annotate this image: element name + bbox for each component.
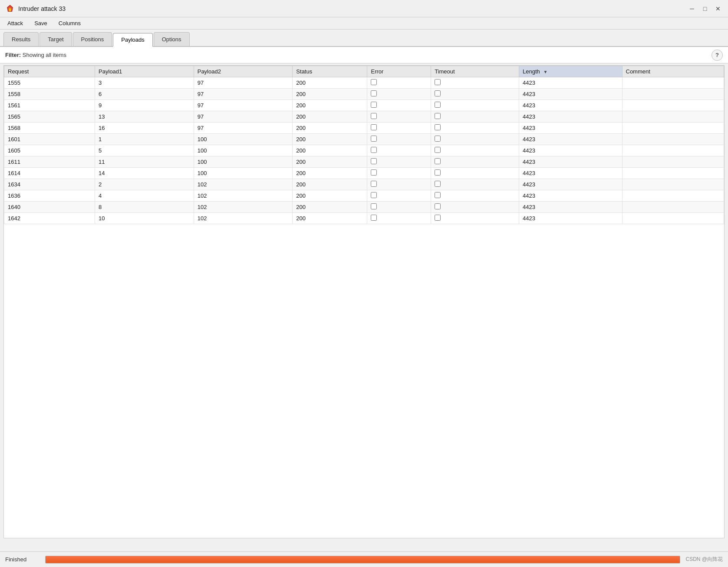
menu-columns[interactable]: Columns [54, 18, 86, 28]
cell-error[interactable] [367, 168, 431, 179]
tab-target[interactable]: Target [40, 32, 72, 46]
cell-error[interactable] [367, 100, 431, 111]
cell-error[interactable] [367, 145, 431, 156]
table-row[interactable]: 163641022004423 [4, 190, 724, 202]
table-row[interactable]: 160111002004423 [4, 134, 724, 145]
col-header-length[interactable]: Length ▼ [519, 66, 622, 77]
table-scroll-area[interactable]: Request Payload1 Payload2 Status Error [4, 66, 724, 538]
cell-error[interactable] [367, 190, 431, 202]
cell-error-checkbox[interactable] [371, 136, 377, 142]
cell-error[interactable] [367, 123, 431, 134]
table-row[interactable]: 160551002004423 [4, 145, 724, 156]
cell-error-checkbox[interactable] [371, 124, 377, 130]
table-row[interactable]: 1642101022004423 [4, 213, 724, 224]
table-row[interactable]: 1614141002004423 [4, 168, 724, 179]
cell-timeout[interactable] [431, 134, 519, 145]
table-body: 1555397200442315586972004423156199720044… [4, 77, 724, 224]
cell-error-checkbox[interactable] [371, 90, 377, 96]
table-row[interactable]: 1611111002004423 [4, 156, 724, 168]
table-row[interactable]: 163421022004423 [4, 179, 724, 190]
cell-payload1: 4 [95, 190, 194, 202]
tab-options[interactable]: Options [154, 32, 190, 46]
cell-timeout[interactable] [431, 168, 519, 179]
cell-request: 1558 [4, 89, 95, 100]
cell-length: 4423 [519, 134, 622, 145]
col-header-request[interactable]: Request [4, 66, 95, 77]
tab-payloads[interactable]: Payloads [113, 33, 152, 47]
table-row[interactable]: 15619972004423 [4, 100, 724, 111]
menu-save[interactable]: Save [30, 18, 52, 28]
cell-timeout[interactable] [431, 77, 519, 89]
cell-timeout-checkbox[interactable] [435, 124, 441, 130]
close-button[interactable]: ✕ [713, 4, 723, 13]
cell-comment [622, 202, 724, 213]
cell-length: 4423 [519, 213, 622, 224]
cell-timeout[interactable] [431, 89, 519, 100]
table-row[interactable]: 156513972004423 [4, 111, 724, 123]
col-header-error[interactable]: Error [367, 66, 431, 77]
cell-error[interactable] [367, 89, 431, 100]
col-header-comment[interactable]: Comment [622, 66, 724, 77]
cell-status: 200 [293, 213, 367, 224]
cell-timeout[interactable] [431, 145, 519, 156]
cell-timeout[interactable] [431, 100, 519, 111]
cell-timeout-checkbox[interactable] [435, 79, 441, 85]
table-row[interactable]: 156816972004423 [4, 123, 724, 134]
cell-error-checkbox[interactable] [371, 181, 377, 187]
cell-timeout[interactable] [431, 156, 519, 168]
window-controls: ─ □ ✕ [687, 4, 723, 13]
cell-error-checkbox[interactable] [371, 203, 377, 209]
cell-comment [622, 190, 724, 202]
cell-error[interactable] [367, 179, 431, 190]
cell-timeout-checkbox[interactable] [435, 113, 441, 119]
col-header-payload2[interactable]: Payload2 [194, 66, 293, 77]
cell-payload2: 100 [194, 156, 293, 168]
cell-timeout-checkbox[interactable] [435, 136, 441, 142]
watermark-text: CSDN @向阵花 [685, 556, 723, 563]
cell-error-checkbox[interactable] [371, 215, 377, 221]
cell-timeout-checkbox[interactable] [435, 215, 441, 221]
cell-error[interactable] [367, 77, 431, 89]
cell-error-checkbox[interactable] [371, 158, 377, 164]
cell-timeout[interactable] [431, 202, 519, 213]
col-header-payload1[interactable]: Payload1 [95, 66, 194, 77]
menu-attack[interactable]: Attack [3, 18, 28, 28]
cell-timeout-checkbox[interactable] [435, 147, 441, 153]
tab-positions[interactable]: Positions [73, 32, 112, 46]
col-header-timeout[interactable]: Timeout [431, 66, 519, 77]
cell-error-checkbox[interactable] [371, 102, 377, 108]
cell-timeout[interactable] [431, 213, 519, 224]
cell-error[interactable] [367, 134, 431, 145]
cell-error[interactable] [367, 202, 431, 213]
col-header-status[interactable]: Status [293, 66, 367, 77]
tab-results[interactable]: Results [3, 32, 39, 46]
table-row[interactable]: 164081022004423 [4, 202, 724, 213]
cell-error-checkbox[interactable] [371, 79, 377, 85]
maximize-button[interactable]: □ [700, 4, 710, 13]
table-row[interactable]: 15553972004423 [4, 77, 724, 89]
cell-timeout-checkbox[interactable] [435, 181, 441, 187]
cell-timeout-checkbox[interactable] [435, 203, 441, 209]
cell-error[interactable] [367, 213, 431, 224]
help-button[interactable]: ? [712, 50, 723, 61]
cell-error-checkbox[interactable] [371, 147, 377, 153]
cell-timeout[interactable] [431, 123, 519, 134]
cell-timeout-checkbox[interactable] [435, 90, 441, 96]
minimize-button[interactable]: ─ [687, 4, 697, 13]
cell-timeout-checkbox[interactable] [435, 169, 441, 176]
cell-error-checkbox[interactable] [371, 192, 377, 198]
title-bar: Intruder attack 33 ─ □ ✕ [0, 0, 728, 17]
cell-error-checkbox[interactable] [371, 113, 377, 119]
table-row[interactable]: 15586972004423 [4, 89, 724, 100]
cell-timeout-checkbox[interactable] [435, 192, 441, 198]
cell-request: 1601 [4, 134, 95, 145]
cell-timeout-checkbox[interactable] [435, 102, 441, 108]
cell-timeout-checkbox[interactable] [435, 158, 441, 164]
cell-request: 1565 [4, 111, 95, 123]
cell-error[interactable] [367, 111, 431, 123]
cell-error[interactable] [367, 156, 431, 168]
cell-timeout[interactable] [431, 179, 519, 190]
cell-timeout[interactable] [431, 190, 519, 202]
cell-error-checkbox[interactable] [371, 169, 377, 176]
cell-timeout[interactable] [431, 111, 519, 123]
